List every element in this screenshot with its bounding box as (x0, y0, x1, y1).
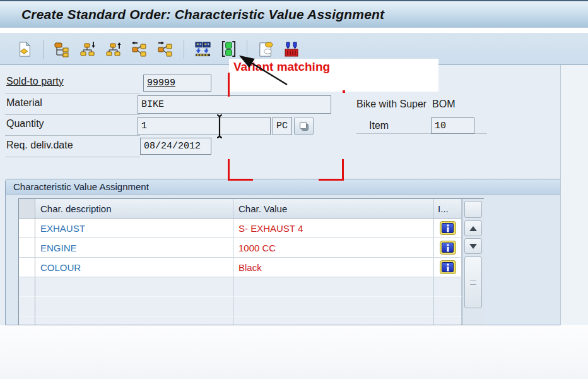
item-label: Item (369, 120, 389, 131)
req-deliv-date-field[interactable]: 08/24/2012 (140, 138, 211, 155)
row-divider (5, 135, 140, 136)
create-characteristic-icon[interactable] (15, 39, 34, 59)
characteristic-value-assignment-groupbox: Characteristic Value Assignment Char. de… (5, 179, 561, 325)
row-selector[interactable] (19, 258, 35, 277)
material-description-text: Bike with Super BOM (356, 99, 456, 110)
row-selector[interactable] (19, 316, 35, 325)
info-icon (442, 243, 454, 253)
table-row-empty (19, 316, 462, 325)
groupbox-title: Characteristic Value Assignment (13, 181, 149, 192)
req-deliv-date-label: Req. deliv.date (6, 140, 73, 151)
material-field[interactable]: BIKE (138, 95, 331, 114)
hierarchy-arrow-right-icon[interactable] (156, 39, 175, 59)
toolbar-separator (43, 40, 44, 59)
scroll-down-button[interactable] (464, 238, 482, 254)
arrow-up-icon (469, 226, 477, 231)
annotation-bracket-left-vertical (228, 159, 230, 181)
table-row: COLOUR Black (19, 258, 462, 277)
char-value-header: Char. Value (233, 199, 434, 219)
tree-structure-icon[interactable] (52, 39, 71, 59)
row-divider (5, 93, 140, 93)
bottom-blank-area (0, 325, 588, 379)
info-icon (442, 262, 454, 272)
char-value-cell[interactable]: S- EXHAUST 4 (233, 219, 434, 238)
info-button[interactable] (440, 221, 456, 235)
content-right-margin (560, 65, 588, 325)
char-description-header: Char. description (35, 199, 233, 219)
info-icon (442, 223, 454, 233)
annotation-bracket-right-horizontal (319, 179, 344, 181)
scrollbar-blank-button[interactable] (464, 201, 482, 218)
row-divider (5, 114, 140, 115)
find-configuration-icon[interactable] (282, 39, 301, 59)
char-value-cell[interactable]: 1000 CC (233, 238, 434, 258)
hierarchy-arrow-left-icon[interactable] (130, 39, 149, 59)
row-divider (5, 157, 140, 157)
info-button[interactable] (440, 260, 456, 274)
hierarchy-expand-up-icon[interactable] (104, 39, 123, 59)
select-all-header-cell[interactable] (19, 199, 35, 219)
info-column-header: I... (434, 199, 462, 219)
annotation-text: Variant matching (233, 60, 330, 74)
arrow-down-icon (469, 244, 477, 249)
table-insert-values-icon[interactable] (193, 39, 212, 59)
cube-icon (298, 120, 310, 133)
char-description-cell[interactable]: EXHAUST (35, 219, 233, 238)
char-description-cell[interactable]: ENGINE (35, 238, 233, 258)
row-selector[interactable] (19, 277, 35, 297)
table-row-empty (19, 277, 462, 297)
annotation-red-dot (343, 90, 345, 93)
annotation-bracket-right-vertical (342, 159, 344, 181)
status-lights-icon[interactable] (219, 39, 238, 59)
sold-to-party-label: Sold-to party (6, 76, 64, 87)
annotation-bracket-left-horizontal (228, 179, 253, 181)
document-icon (17, 41, 32, 57)
table-scrollbar[interactable] (462, 199, 484, 325)
sap-window: Create Standard Order: Characteristic Va… (0, 0, 588, 379)
sold-to-party-field[interactable]: 99999 (143, 75, 211, 92)
char-description-cell[interactable]: COLOUR (35, 258, 233, 277)
info-button[interactable] (440, 241, 456, 255)
row-selector[interactable] (19, 219, 35, 238)
toolbar-separator (184, 40, 184, 59)
toolbar-separator (247, 40, 247, 59)
annotation-callout: Variant matching (229, 59, 438, 92)
display-variants-button[interactable] (294, 117, 314, 135)
char-value-cell[interactable]: Black (233, 258, 434, 277)
table-row: ENGINE 1000 CC (19, 238, 462, 258)
row-selector[interactable] (19, 238, 35, 258)
scrollbar-thumb[interactable] (464, 256, 482, 308)
table-row-empty (19, 297, 462, 316)
page-title: Create Standard Order: Characteristic Va… (21, 7, 384, 22)
material-label: Material (6, 97, 42, 109)
hierarchy-expand-down-icon[interactable] (78, 39, 97, 59)
scroll-up-button[interactable] (464, 220, 482, 236)
row-selector[interactable] (19, 297, 35, 316)
characteristics-table: Char. description Char. Value I... EXHAU… (18, 198, 484, 325)
item-field[interactable]: 10 (431, 117, 474, 134)
annotation-red-line (228, 73, 230, 97)
quantity-field[interactable]: 1 (138, 117, 271, 135)
quantity-label: Quantity (6, 118, 44, 129)
table-row: EXHAUST S- EXHAUST 4 (19, 219, 462, 238)
table-header-row: Char. description Char. Value I... (19, 199, 462, 219)
content-area: Sold-to party Material Quantity Req. del… (0, 65, 588, 325)
thumb-grip (470, 280, 476, 285)
title-bar: Create Standard Order: Characteristic Va… (0, 0, 588, 28)
groupbox-header: Characteristic Value Assignment (6, 179, 560, 195)
quantity-unit-field[interactable]: PC (273, 117, 292, 135)
variant-matching-icon[interactable] (256, 39, 275, 59)
